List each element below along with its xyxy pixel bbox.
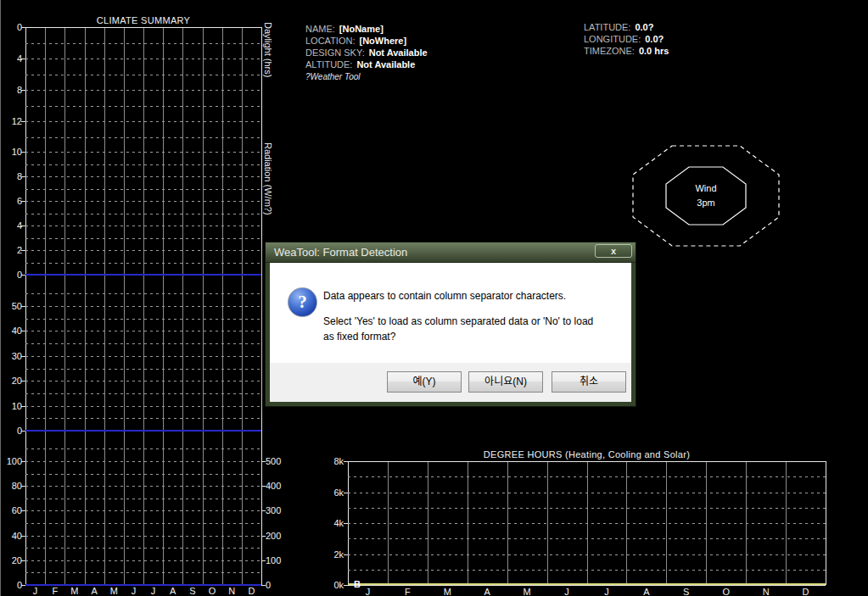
close-icon[interactable]: x — [595, 244, 632, 258]
axis-tick-mark — [261, 536, 266, 537]
latitude-row: LATITUDE:0.0? — [584, 22, 653, 32]
axis-tick-label: 50 — [0, 301, 22, 312]
gridline-dashed — [25, 331, 261, 331]
wind-rose-outer-ring — [633, 146, 779, 246]
altitude-value: Not Available — [356, 59, 415, 70]
month-label: M — [67, 586, 82, 596]
axis-tick-label: 6 — [0, 196, 22, 207]
axis-tick-label: 0 — [0, 270, 22, 281]
month-label: D — [798, 587, 814, 596]
axis-tick-mark — [21, 406, 25, 407]
altitude-label: ALTITUDE: — [305, 59, 352, 70]
axis-tick-mark — [21, 58, 25, 59]
axis-tick-mark — [21, 176, 25, 177]
gridline-dashed — [348, 523, 826, 524]
yes-button[interactable]: 예(Y) — [387, 371, 462, 393]
wind-rose-time-label: 3pm — [672, 198, 740, 208]
dialog-message-line3: as fixed format? — [323, 331, 395, 343]
axis-tick-label: 20 — [0, 555, 22, 566]
gridline-dashed — [25, 536, 261, 537]
axis-tick-mark — [21, 226, 25, 226]
month-label: M — [106, 586, 121, 596]
location-label: LOCATION: — [305, 36, 355, 46]
month-label: S — [679, 587, 694, 596]
month-label: S — [185, 586, 200, 596]
month-label: F — [48, 586, 63, 596]
name-row: NAME:[NoName] — [305, 24, 384, 34]
altitude-row: ALTITUDE:Not Available — [305, 59, 415, 70]
axis-border — [348, 461, 826, 462]
wind-rose-label: Wind — [672, 183, 740, 193]
axis-tick-mark — [261, 510, 266, 511]
gridline-dashed — [25, 43, 261, 44]
gridline-dashed — [25, 90, 261, 91]
gridline-dashed — [25, 176, 261, 177]
question-icon: ? — [288, 287, 317, 317]
gridline-dashed — [25, 263, 261, 264]
gridline-dashed — [25, 137, 261, 138]
dialog-body: ? Data appears to contain column separat… — [270, 263, 631, 363]
wind-rose-inner-ring — [666, 167, 746, 225]
month-label: J — [146, 586, 161, 596]
location-row: LOCATION:[NoWhere] — [305, 36, 406, 46]
gridline-dashed — [25, 406, 261, 407]
axis-tick-mark — [21, 121, 25, 122]
axis-tick-mark — [21, 356, 25, 357]
axis-tick-label: 8k — [321, 456, 344, 467]
axis-tick-label: 10 — [0, 147, 22, 158]
cancel-button[interactable]: 취소 — [552, 371, 626, 393]
axis-tick-label: 10 — [0, 401, 22, 412]
gridline-dashed — [25, 238, 261, 239]
axis-tick-label: 500 — [266, 456, 291, 467]
axis-tick-mark — [21, 560, 25, 561]
gridline-dashed — [25, 486, 261, 487]
axis-tick-label: 30 — [0, 351, 22, 362]
gridline-dashed — [25, 164, 261, 165]
latitude-label: LATITUDE: — [584, 22, 630, 32]
timezone-row: TIMEZONE:0.0 hrs — [584, 46, 669, 56]
month-label: D — [244, 586, 259, 596]
axis-tick-mark — [21, 381, 25, 382]
month-label: O — [204, 586, 220, 596]
wind-rose-octagon — [628, 140, 785, 250]
timezone-value: 0.0 hrs — [639, 46, 669, 56]
axis-tick-mark — [261, 486, 266, 487]
no-button[interactable]: 아니요(N) — [468, 371, 543, 393]
axis-tick-label: 400 — [266, 481, 291, 492]
axis-tick-label: 0k — [321, 580, 344, 591]
gridline-dashed — [348, 508, 826, 509]
axis-tick-mark — [21, 152, 25, 153]
axis-tick-label: 0 — [266, 580, 291, 591]
month-label: A — [87, 586, 102, 596]
month-label: J — [559, 587, 574, 596]
gridline-dashed — [25, 381, 261, 382]
month-label: J — [599, 587, 614, 596]
axis-tick-label: 0 — [0, 426, 22, 437]
month-label: A — [479, 587, 495, 596]
gridline-dashed — [25, 523, 261, 524]
gridline-dashed — [25, 393, 261, 394]
axis-border — [25, 27, 261, 28]
axis-tick-mark — [21, 27, 25, 28]
gridline-dashed — [25, 369, 261, 370]
axis-tick-mark — [21, 510, 25, 511]
climate-summary-title: CLIMATE SUMMARY — [25, 15, 261, 25]
axis-tick-mark — [261, 585, 266, 586]
gridline-dashed — [25, 152, 261, 153]
month-label: J — [126, 586, 141, 596]
degree-hours-baseline — [348, 583, 826, 585]
gridline-dashed — [348, 493, 826, 493]
axis-tick-mark — [21, 536, 25, 537]
gridline-dashed — [25, 448, 261, 449]
name-label: NAME: — [305, 24, 335, 34]
axis-tick-mark — [344, 461, 348, 462]
design-sky-label: DESIGN SKY: — [305, 47, 365, 58]
gridline-dashed — [348, 554, 826, 555]
axis-tick-label: 80 — [0, 481, 22, 492]
month-label: J — [360, 587, 375, 596]
axis-tick-label: 200 — [266, 531, 291, 542]
dialog-message-line2: Select 'Yes' to load as column separated… — [323, 315, 593, 327]
dialog-title-bar[interactable]: WeaTool: Format Detection x — [266, 242, 636, 263]
month-label: O — [719, 587, 734, 596]
gridline-dashed — [25, 560, 261, 561]
